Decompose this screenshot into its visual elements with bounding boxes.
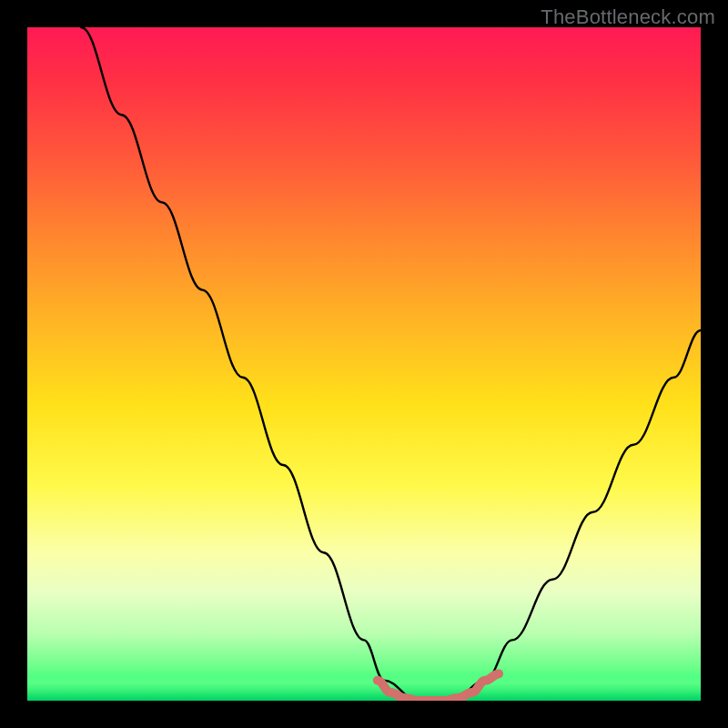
curve-layer — [27, 27, 701, 701]
bottom-marker-path — [378, 673, 499, 701]
watermark-text: TheBottleneck.com — [541, 5, 715, 29]
plot-area — [27, 27, 701, 701]
chart-frame: TheBottleneck.com — [0, 0, 728, 728]
v-curve-path — [81, 27, 701, 701]
